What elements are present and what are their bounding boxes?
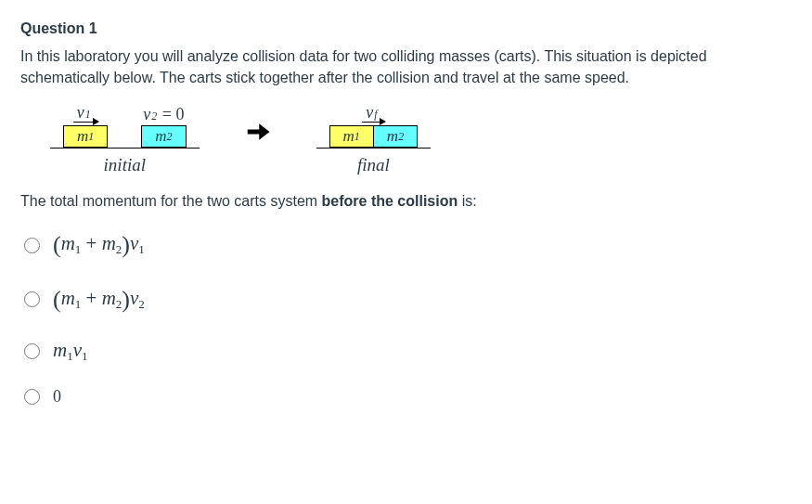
- radio-icon: [24, 291, 40, 307]
- answer-options: (m1 + m2)v1 (m1 + m2)v2 m1v1 0: [24, 228, 792, 408]
- option-c-math: m1v1: [53, 337, 88, 365]
- v2-label: v2 = 0: [143, 103, 184, 123]
- transition-arrow-icon: [244, 118, 272, 146]
- vf-label: vf: [362, 101, 384, 123]
- option-a-math: (m1 + m2)v1: [53, 228, 145, 262]
- question-title: Question 1: [20, 19, 792, 39]
- radio-icon: [24, 389, 40, 405]
- collision-diagram: v1 m1 v2 = 0 m2 initial vf m1 m2 final: [50, 101, 792, 178]
- cart-m2-final: m2: [373, 125, 418, 148]
- initial-panel: v1 m1 v2 = 0 m2 initial: [50, 101, 200, 178]
- radio-icon: [24, 238, 40, 253]
- cart-m2-initial: m2: [141, 125, 186, 148]
- question-ask: The total momentum for the two carts sys…: [20, 191, 792, 212]
- cart-m1-final: m1: [329, 125, 373, 148]
- option-b[interactable]: (m1 + m2)v2: [24, 283, 792, 317]
- option-d[interactable]: 0: [24, 385, 792, 408]
- option-a[interactable]: (m1 + m2)v1: [24, 228, 792, 262]
- option-c[interactable]: m1v1: [24, 337, 792, 365]
- option-b-math: (m1 + m2)v2: [53, 283, 145, 317]
- final-panel: vf m1 m2 final: [316, 101, 432, 178]
- v1-label: v1: [73, 101, 98, 123]
- final-caption: final: [357, 153, 390, 178]
- option-d-math: 0: [53, 385, 61, 408]
- radio-icon: [24, 343, 40, 359]
- cart-m1-initial: m1: [63, 125, 108, 148]
- initial-caption: initial: [104, 153, 146, 178]
- question-text: In this laboratory you will analyze coll…: [20, 46, 754, 88]
